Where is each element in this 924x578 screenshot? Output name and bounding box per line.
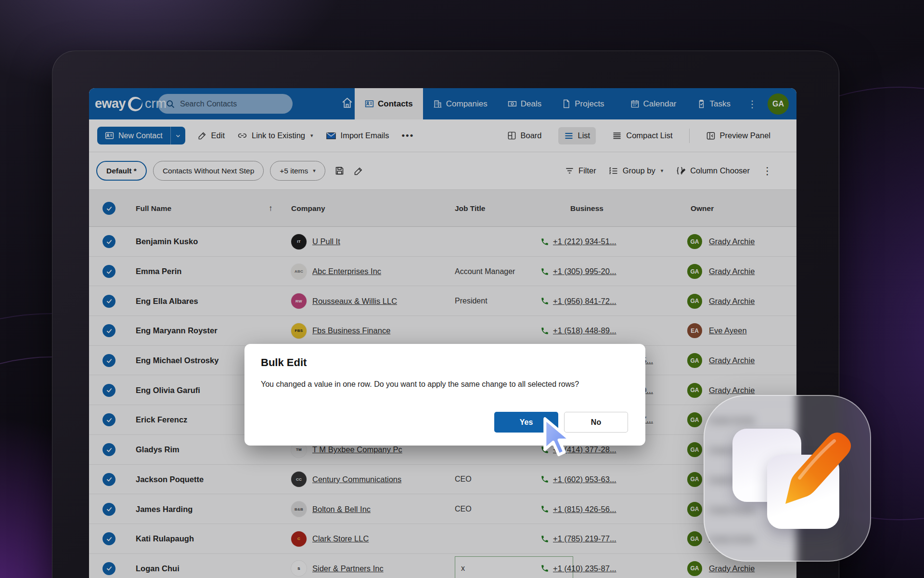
business-phone-cell: +1 (212) 934-51...	[540, 227, 616, 257]
phone-link[interactable]: +1 (815) 426-56...	[553, 505, 616, 514]
eway-crm-logo: eway crm	[95, 88, 167, 119]
company-link[interactable]: Sider & Partners Inc	[312, 564, 384, 573]
toolbar-overflow-button[interactable]: •••	[401, 131, 414, 141]
owner-link[interactable]: Eve Ayeen	[709, 326, 747, 335]
row-checkbox-checked[interactable]	[103, 503, 116, 516]
nav-tab-tasks[interactable]: Tasks	[687, 88, 741, 119]
phone-icon	[540, 564, 549, 573]
filter-pill-next-step[interactable]: Contacts Without Next Step	[153, 161, 264, 181]
filter-overflow-button[interactable]: ⋮	[762, 165, 772, 177]
row-select-cell	[103, 494, 116, 524]
view-board-button[interactable]: Board	[501, 127, 548, 144]
column-header-business[interactable]: Business	[570, 190, 603, 227]
row-checkbox-checked[interactable]	[103, 443, 116, 456]
nav-tab-deals[interactable]: Deals	[498, 88, 552, 119]
table-row[interactable]: Jackson Poquette CC Century Communicatio…	[89, 465, 796, 495]
phone-link[interactable]: +1 (956) 841-72...	[553, 297, 616, 306]
phone-link[interactable]: +1 (410) 235-87...	[553, 564, 616, 573]
table-row[interactable]: Benjamin Kusko IT U Pull It +1 (212) 934…	[89, 227, 796, 257]
table-row[interactable]: Emma Perin ABC Abc Enterprises Inc Accou…	[89, 257, 796, 287]
row-checkbox-checked[interactable]	[103, 354, 116, 367]
new-contact-split-button[interactable]: New Contact	[97, 127, 185, 144]
owner-link[interactable]: Grady Archie	[709, 237, 755, 246]
owner-cell: GA Grady Archie	[687, 227, 755, 257]
column-header-owner[interactable]: Owner	[691, 190, 714, 227]
company-cell: CC Century Communications	[291, 465, 401, 495]
owner-link[interactable]: Grady Archie	[709, 267, 755, 276]
user-avatar[interactable]: GA	[768, 93, 789, 115]
owner-link[interactable]: Grady Archie	[709, 297, 755, 306]
nav-tab-companies[interactable]: Companies	[423, 88, 498, 119]
owner-cell: GA Grady Archie	[687, 286, 755, 316]
view-pill-default[interactable]: Default *	[96, 161, 147, 181]
phone-link[interactable]: +1 (212) 934-51...	[553, 237, 616, 246]
group-by-button[interactable]: Group by ▾	[609, 166, 663, 176]
column-header-full-name[interactable]: Full Name	[136, 190, 171, 227]
row-checkbox-checked[interactable]	[103, 413, 116, 426]
search-input[interactable]	[180, 100, 276, 108]
phone-link[interactable]: +1 (518) 448-89...	[553, 326, 616, 335]
table-row[interactable]: James Harding B&B Bolton & Bell Inc CEO …	[89, 494, 796, 524]
orange-pen-icon	[705, 396, 872, 563]
check-icon	[106, 357, 113, 364]
company-logo: ABC	[291, 264, 307, 279]
row-checkbox-checked[interactable]	[103, 562, 116, 575]
row-checkbox-checked[interactable]	[103, 295, 116, 308]
owner-link[interactable]: Grady Archie	[709, 386, 755, 395]
phone-link[interactable]: +1 (305) 995-20...	[553, 267, 616, 276]
row-checkbox-checked[interactable]	[103, 473, 116, 486]
company-link[interactable]: Fbs Business Finance	[312, 326, 390, 335]
contact-full-name: Eng Michael Ostrosky	[136, 346, 218, 376]
company-link[interactable]: Clark Store LLC	[312, 534, 369, 543]
filter-bar: Default * Contacts Without Next Step +5 …	[89, 152, 796, 190]
table-row[interactable]: Eng Maryann Royster FBS Fbs Business Fin…	[89, 316, 796, 346]
company-link[interactable]: Abc Enterprises Inc	[312, 267, 381, 276]
save-view-button[interactable]	[334, 166, 345, 176]
company-link[interactable]: T M Byxbee Company Pc	[312, 445, 402, 454]
filter-button[interactable]: Filter	[565, 166, 596, 175]
column-header-job-title[interactable]: Job Title	[455, 190, 485, 227]
preview-panel-button[interactable]: Preview Panel	[700, 127, 776, 144]
tasks-icon	[697, 99, 706, 108]
record-toolbar: New Contact Edit Link to Existing ▾ Impo…	[89, 119, 796, 152]
company-link[interactable]: Century Communications	[312, 475, 401, 484]
link-to-existing-button[interactable]: Link to Existing ▾	[237, 131, 313, 141]
owner-link[interactable]: Grady Archie	[709, 356, 755, 365]
phone-link[interactable]: +1 (602) 953-63...	[553, 475, 616, 484]
more-filters-pill[interactable]: +5 items ▾	[270, 161, 325, 181]
nav-tab-projects[interactable]: Projects	[552, 88, 614, 119]
edit-button[interactable]: Edit	[198, 131, 225, 140]
search-box[interactable]	[158, 94, 293, 114]
check-icon	[106, 506, 113, 512]
select-all-checkbox[interactable]	[103, 202, 116, 215]
view-list-button[interactable]: List	[558, 127, 596, 144]
row-checkbox-checked[interactable]	[103, 324, 116, 337]
company-link[interactable]: Rousseaux & Willis LLC	[312, 297, 397, 306]
import-emails-button[interactable]: Import Emails	[326, 131, 389, 141]
business-phone-cell: +1 (785) 219-77...	[540, 524, 616, 554]
phone-link[interactable]: +1 (785) 219-77...	[553, 534, 616, 543]
filter-left-group: Default * Contacts Without Next Step +5 …	[89, 161, 363, 181]
row-checkbox-checked[interactable]	[103, 384, 116, 397]
edit-view-button[interactable]	[354, 166, 363, 176]
nav-tab-contacts[interactable]: Contacts	[355, 88, 423, 119]
row-checkbox-checked[interactable]	[103, 532, 116, 545]
funnel-icon	[565, 166, 574, 175]
table-row[interactable]: Logan Chui S Sider & Partners Inc x x +1…	[89, 554, 796, 578]
company-link[interactable]: Bolton & Bell Inc	[312, 505, 371, 514]
table-row[interactable]: Kati Rulapaugh C Clark Store LLC +1 (785…	[89, 524, 796, 554]
table-row[interactable]: Eng Ella Albares RW Rousseaux & Willis L…	[89, 286, 796, 316]
nav-overflow-button[interactable]: ⋮	[741, 98, 764, 110]
home-icon[interactable]	[341, 97, 353, 111]
column-header-company[interactable]: Company	[291, 190, 325, 227]
nav-tab-calendar[interactable]: Calendar	[620, 88, 687, 119]
row-checkbox-checked[interactable]	[103, 235, 116, 248]
sort-ascending-icon[interactable]: ↑	[269, 190, 273, 227]
company-cell: B&B Bolton & Bell Inc	[291, 494, 371, 524]
company-link[interactable]: U Pull It	[312, 237, 340, 246]
column-chooser-button[interactable]: Column Chooser	[676, 166, 750, 176]
row-checkbox-checked[interactable]	[103, 265, 116, 278]
new-contact-dropdown[interactable]	[171, 127, 185, 144]
view-compact-list-button[interactable]: Compact List	[606, 127, 678, 144]
owner-link[interactable]: Grady Archie	[709, 564, 755, 573]
